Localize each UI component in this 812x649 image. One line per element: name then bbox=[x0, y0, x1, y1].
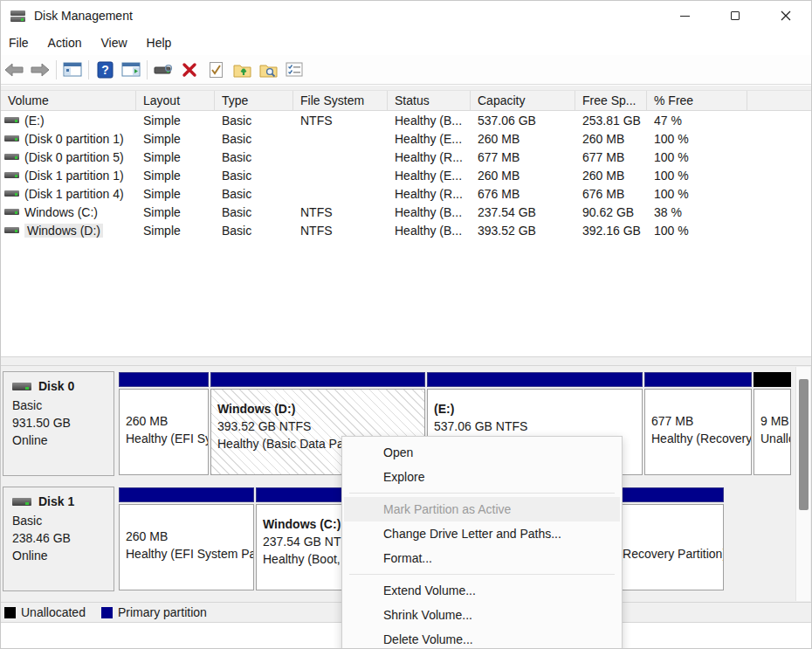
partition-disk0-unallocated[interactable]: 9 MB Unallocated bbox=[754, 372, 791, 475]
forward-button[interactable] bbox=[27, 58, 53, 82]
minimize-icon bbox=[680, 16, 690, 17]
app-disk-icon bbox=[10, 10, 25, 22]
volume-row-filler bbox=[747, 166, 812, 184]
delete-button[interactable] bbox=[176, 58, 203, 82]
volume-icon bbox=[4, 117, 19, 123]
menu-view[interactable]: View bbox=[91, 33, 136, 52]
volume-row-selected[interactable]: Windows (D:) Simple Basic NTFS Healthy (… bbox=[1, 221, 812, 239]
volume-percent-free: 100 % bbox=[647, 184, 747, 203]
volume-row-filler bbox=[747, 184, 812, 203]
column-header-status[interactable]: Status bbox=[388, 91, 471, 110]
volume-status: Healthy (R... bbox=[388, 184, 471, 203]
close-button[interactable] bbox=[760, 1, 811, 31]
partition-disk1-efi[interactable]: 260 MB Healthy (EFI System Partition) bbox=[119, 487, 254, 590]
menubar: File Action View Help bbox=[1, 31, 811, 55]
volume-row[interactable]: (Disk 1 partition 4) Simple Basic Health… bbox=[1, 184, 812, 203]
volume-icon bbox=[4, 190, 19, 197]
context-menu-open[interactable]: Open bbox=[342, 440, 622, 465]
pane-splitter[interactable] bbox=[1, 356, 811, 366]
show-action-pane-button[interactable] bbox=[118, 58, 144, 82]
volume-icon bbox=[4, 209, 19, 215]
primary-partition-bar bbox=[210, 372, 425, 387]
scrollbar-thumb[interactable] bbox=[799, 379, 809, 510]
volume-row[interactable]: (Disk 0 partition 5) Simple Basic Health… bbox=[1, 148, 812, 166]
volume-free-space: 260 MB bbox=[575, 166, 647, 184]
volume-name: Windows (D:) bbox=[24, 224, 103, 238]
menu-action[interactable]: Action bbox=[38, 33, 92, 52]
volume-icon bbox=[4, 135, 19, 142]
legend-label-primary-partition: Primary partition bbox=[118, 605, 207, 619]
properties-button[interactable] bbox=[203, 58, 229, 82]
partition-status: Healthy (Recovery Partition) bbox=[651, 430, 751, 447]
column-header-percent-free[interactable]: % Free bbox=[647, 91, 747, 110]
volume-file-system bbox=[293, 148, 388, 166]
disk0-label-panel[interactable]: Disk 0 Basic 931.50 GB Online bbox=[3, 371, 114, 476]
volume-type: Basic bbox=[215, 166, 293, 184]
volume-file-system bbox=[293, 184, 388, 203]
folder-search-button[interactable] bbox=[255, 58, 281, 82]
disk-device-button[interactable] bbox=[150, 58, 176, 82]
volume-row[interactable]: (E:) Simple Basic NTFS Healthy (B... 537… bbox=[1, 111, 812, 129]
help-button[interactable]: ? bbox=[92, 58, 118, 82]
volume-row[interactable]: (Disk 1 partition 1) Simple Basic Health… bbox=[1, 166, 812, 184]
volume-percent-free: 100 % bbox=[647, 148, 747, 166]
unallocated-swatch bbox=[4, 607, 16, 618]
show-console-tree-button[interactable] bbox=[59, 58, 86, 82]
column-header-volume[interactable]: Volume bbox=[1, 91, 136, 110]
volume-file-system bbox=[293, 129, 388, 148]
folder-up-arrow-icon bbox=[233, 62, 251, 78]
partition-status: Unallocated bbox=[760, 430, 790, 447]
disk1-label-panel[interactable]: Disk 1 Basic 238.46 GB Online bbox=[3, 487, 114, 591]
volume-list: Volume Layout Type File System Status Ca… bbox=[1, 91, 812, 239]
context-menu-format[interactable]: Format... bbox=[342, 546, 622, 570]
volume-type: Basic bbox=[215, 221, 293, 239]
column-header-free-space[interactable]: Free Sp... bbox=[575, 91, 647, 110]
volume-file-system: NTFS bbox=[293, 111, 388, 129]
volume-row-filler bbox=[747, 221, 812, 239]
volume-capacity: 676 MB bbox=[471, 184, 575, 203]
partition-size: 537.06 GB NTFS bbox=[434, 418, 642, 435]
maximize-icon bbox=[731, 11, 740, 20]
context-menu-shrink-volume[interactable]: Shrink Volume... bbox=[342, 603, 622, 627]
volume-percent-free: 100 % bbox=[647, 221, 747, 239]
toolbar-separator bbox=[56, 60, 57, 79]
volume-layout: Simple bbox=[136, 166, 215, 184]
context-menu-extend-volume[interactable]: Extend Volume... bbox=[342, 578, 622, 603]
partition-disk0-recovery[interactable]: 677 MB Healthy (Recovery Partition) bbox=[644, 372, 752, 475]
context-menu-change-drive-letter-and-paths[interactable]: Change Drive Letter and Paths... bbox=[342, 521, 622, 546]
volume-name: (Disk 1 partition 4) bbox=[24, 187, 124, 201]
context-menu-explore[interactable]: Explore bbox=[342, 465, 622, 489]
check-document-icon bbox=[209, 61, 224, 79]
back-button[interactable] bbox=[1, 58, 27, 82]
column-header-file-system[interactable]: File System bbox=[293, 91, 388, 110]
options-button[interactable] bbox=[281, 58, 307, 82]
volume-row-filler bbox=[747, 111, 812, 129]
disk-name: Disk 0 bbox=[38, 379, 74, 393]
folder-export-button[interactable] bbox=[229, 58, 255, 82]
partition-title: Windows (D:) bbox=[217, 400, 424, 418]
volume-percent-free: 100 % bbox=[647, 129, 747, 148]
column-header-capacity[interactable]: Capacity bbox=[471, 91, 575, 110]
partition-disk0-efi[interactable]: 260 MB Healthy (EFI System Partition) bbox=[119, 372, 209, 475]
column-header-type[interactable]: Type bbox=[215, 91, 293, 110]
disk-size: 931.50 GB bbox=[12, 414, 114, 432]
menu-file[interactable]: File bbox=[1, 33, 38, 52]
context-menu-mark-partition-as-active[interactable]: Mark Partition as Active bbox=[344, 497, 620, 521]
primary-partition-bar bbox=[119, 372, 209, 387]
maximize-button[interactable] bbox=[710, 1, 760, 31]
disk-type: Basic bbox=[12, 397, 114, 414]
volume-row[interactable]: Windows (C:) Simple Basic NTFS Healthy (… bbox=[1, 203, 812, 221]
volume-row-filler bbox=[747, 148, 812, 166]
toolbar-separator bbox=[147, 60, 148, 79]
column-header-layout[interactable]: Layout bbox=[136, 91, 215, 110]
volume-free-space: 90.62 GB bbox=[575, 203, 647, 221]
minimize-button[interactable] bbox=[659, 1, 710, 31]
vertical-scrollbar[interactable] bbox=[795, 367, 810, 601]
volume-status: Healthy (E... bbox=[388, 129, 471, 148]
volume-layout: Simple bbox=[136, 184, 215, 203]
menu-help[interactable]: Help bbox=[137, 33, 182, 52]
context-menu-delete-volume[interactable]: Delete Volume... bbox=[342, 627, 622, 649]
disk-status: Online bbox=[12, 547, 114, 564]
toolbar: ? bbox=[1, 55, 811, 85]
volume-row[interactable]: (Disk 0 partition 1) Simple Basic Health… bbox=[1, 129, 812, 148]
